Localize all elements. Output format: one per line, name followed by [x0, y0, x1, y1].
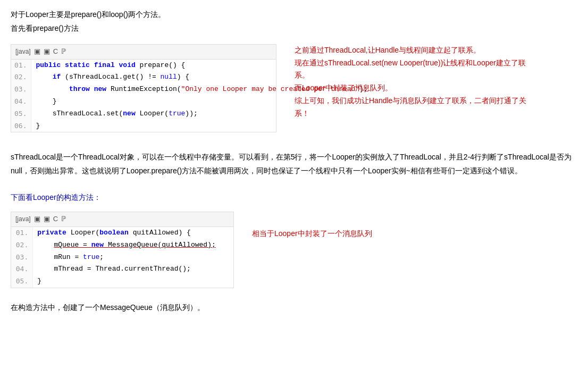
code2-lang: [java] — [15, 214, 31, 224]
annotation2-block: 相当于Looper中封装了一个消息队列 — [252, 212, 577, 239]
code2-toolbar: [java] ▣ ▣ C ℙ — [11, 212, 233, 227]
code2-line1: 01. private Looper(boolean quitAllowed) … — [11, 227, 233, 239]
annotation1-line2: 现在通过sThreadLocal.set(new Looper(true))让线… — [295, 58, 526, 67]
intro-block: 对于Looper主要是prepare()和loop()两个方法。 首先看prep… — [11, 9, 577, 35]
copy2-icon[interactable]: ▣ — [44, 46, 50, 57]
code2-body: 01. private Looper(boolean quitAllowed) … — [11, 227, 233, 288]
section2-title: 下面看Looper的构造方法： — [11, 191, 577, 203]
annotation1-line1: 之前通过ThreadLocal,让Handle与线程间建立起了联系。 — [295, 46, 481, 54]
code2-line5: 05. } — [11, 275, 233, 288]
annotation1-line2b: 系。 — [295, 71, 309, 79]
para2: 在构造方法中，创建了一个MessageQueue（消息队列）。 — [11, 301, 577, 314]
code2-line3: 03. mRun = true; — [11, 251, 233, 264]
para1: sThreadLocal是一个ThreadLocal对象，可以在一个线程中存储变… — [11, 150, 577, 177]
annotation1-line4: 综上可知，我们成功让Handle与消息队列建立了联系，二者间打通了关 — [295, 96, 526, 105]
code1-toolbar: [java] ▣ ▣ C ℙ — [11, 45, 276, 60]
copy-icon[interactable]: ▣ — [34, 46, 40, 57]
annotation2-text: 相当于Looper中封装了一个消息队列 — [252, 228, 372, 239]
branch-icon[interactable]: ℙ — [61, 46, 66, 57]
code2-refresh-icon[interactable]: C — [53, 214, 58, 225]
annotation1-block: 之前通过ThreadLocal,让Handle与线程间建立起了联系。 现在通过s… — [295, 44, 577, 120]
intro-line2: 首先看prepare()方法 — [11, 22, 577, 34]
code2-copy-icon[interactable]: ▣ — [34, 214, 40, 225]
code1-lang: [java] — [15, 47, 31, 57]
refresh-icon[interactable]: C — [53, 46, 58, 57]
annotation1-line3: 而Looper中封装了消息队列。 — [295, 83, 392, 92]
code2-branch-icon[interactable]: ℙ — [61, 214, 66, 225]
code1-container: [java] ▣ ▣ C ℙ 01. public static final v… — [11, 44, 276, 133]
intro-line1: 对于Looper主要是prepare()和loop()两个方法。 — [11, 9, 577, 20]
code2-container: [java] ▣ ▣ C ℙ 01. private Looper(boolea… — [11, 212, 234, 288]
code2-copy2-icon[interactable]: ▣ — [44, 214, 50, 225]
code1-section: [java] ▣ ▣ C ℙ 01. public static final v… — [11, 44, 577, 133]
code2-line4: 04. mThread = Thread.currentThread(); — [11, 263, 233, 275]
code1-line6: 06. } — [11, 120, 372, 132]
code2-line2: 02. mQueue = new MessageQueue(quitAllowe… — [11, 239, 233, 251]
annotation1-line4b: 系！ — [295, 109, 309, 118]
code2-section: [java] ▣ ▣ C ℙ 01. private Looper(boolea… — [11, 212, 577, 288]
